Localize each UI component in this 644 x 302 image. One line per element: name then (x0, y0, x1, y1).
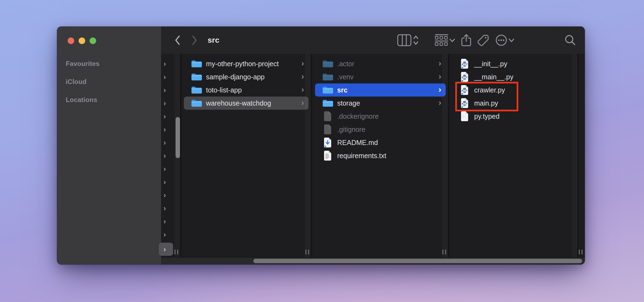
chevron-right-icon: › (301, 59, 304, 67)
group-by-icon (434, 34, 449, 47)
folder-icon (191, 72, 202, 81)
hidden-row-chevron: › (161, 175, 181, 188)
file-name: my-other-python-project (206, 60, 279, 68)
file-row[interactable]: toto-list-app › (184, 83, 308, 97)
file-name: requirements.txt (337, 152, 386, 160)
file-name: __main__.py (474, 73, 513, 81)
zoom-window-button[interactable] (90, 37, 96, 44)
group-by-button[interactable] (434, 27, 449, 54)
file-row[interactable]: __init__.py (452, 57, 575, 70)
chevron-down-icon (508, 38, 514, 42)
column-divider (311, 54, 312, 257)
sidebar-section-icloud: iCloud (66, 73, 99, 91)
chevron-right-icon: › (439, 59, 441, 67)
chevron-right-icon: › (439, 85, 441, 94)
hidden-row-chevron: › (161, 228, 181, 241)
hidden-row-chevron: › (161, 215, 181, 228)
sidebar-section-locations: Locations (66, 91, 99, 109)
column-view-icon (397, 34, 411, 46)
python-file-icon (459, 58, 470, 69)
file-row[interactable]: sample-django-app › (184, 70, 308, 83)
column-src: __init__.py __main__.py crawler.py main.… (449, 54, 578, 257)
vertical-scrollbar-thumb[interactable] (176, 117, 180, 158)
forward-button[interactable] (188, 27, 201, 54)
file-name: storage (337, 99, 360, 107)
file-row[interactable]: requirements.txt (315, 149, 446, 162)
column-view-region: › › › › › › › › › › › › › › › (161, 54, 585, 257)
column-divider (578, 54, 578, 257)
back-button[interactable] (171, 27, 184, 54)
folder-icon (322, 86, 333, 94)
document-icon (322, 124, 333, 135)
hidden-row-chevron: › (161, 162, 181, 175)
horizontal-scrollbar-thumb[interactable] (253, 259, 582, 263)
chevron-left-icon (174, 35, 181, 46)
finder-window: Favourites iCloud Locations src (57, 27, 585, 265)
document-icon (322, 111, 333, 122)
file-name: .venv (337, 73, 354, 81)
file-name: src (337, 86, 348, 94)
tags-button[interactable] (476, 27, 490, 54)
horizontal-scrollbar-track[interactable] (161, 257, 585, 265)
file-name: README.md (337, 139, 378, 147)
file-name: toto-list-app (206, 86, 242, 94)
search-button[interactable] (563, 27, 577, 54)
chevron-down-icon (449, 38, 455, 42)
file-row[interactable]: __main__.py (452, 70, 575, 83)
folder-icon (191, 86, 202, 94)
red-annotation-box (455, 82, 518, 111)
file-name: .actor (337, 60, 354, 68)
file-row[interactable]: py.typed (452, 110, 575, 123)
file-row[interactable]: .dockerignore (315, 110, 446, 123)
file-name: sample-django-app (206, 73, 265, 81)
column-resize-handle[interactable] (174, 249, 179, 256)
folder-icon (191, 99, 202, 108)
selected-hidden-row[interactable]: › (159, 243, 173, 256)
view-stepper-button[interactable] (412, 27, 420, 54)
hidden-row-chevron: › (161, 202, 181, 215)
chevron-right-icon: › (439, 72, 441, 80)
share-button[interactable] (459, 27, 473, 54)
folder-icon (191, 59, 202, 68)
file-row[interactable]: my-other-python-project › (184, 57, 308, 70)
file-row[interactable]: .venv › (315, 70, 446, 83)
toolbar: src (161, 27, 585, 54)
folder-icon (322, 99, 333, 108)
hidden-row-chevron: › (161, 97, 181, 110)
column-ancestors-sliver: › › › › › › › › › › › › › › › (161, 54, 181, 257)
column-resize-handle[interactable] (579, 249, 583, 256)
folder-icon (322, 72, 333, 81)
more-actions-dropdown[interactable] (508, 27, 515, 54)
content-pane: src (161, 27, 585, 265)
folder-icon (322, 59, 333, 68)
chevron-right-icon: › (164, 245, 166, 254)
file-row[interactable]: .actor › (315, 57, 446, 70)
group-by-dropdown[interactable] (449, 27, 456, 54)
file-row[interactable]: .gitignore (315, 123, 446, 136)
tag-icon (477, 34, 489, 46)
resize-grip-icon (442, 249, 446, 255)
search-icon (564, 34, 576, 46)
column-projects: my-other-python-project › sample-django-… (181, 54, 311, 257)
file-row-selected[interactable]: src › (315, 83, 446, 97)
file-row-selected[interactable]: warehouse-watchdog › (184, 97, 308, 110)
sidebar-sections: Favourites iCloud Locations (66, 55, 99, 109)
window-title: src (208, 27, 219, 54)
up-down-chevrons-icon (413, 34, 419, 46)
column-warehouse-watchdog: .actor › .venv › src › (312, 54, 448, 257)
column-resize-handle[interactable] (442, 249, 446, 256)
column-view-button[interactable] (397, 27, 412, 54)
file-name: py.typed (474, 112, 500, 120)
minimize-window-button[interactable] (79, 37, 85, 44)
chevron-right-icon: › (301, 72, 304, 80)
resize-grip-icon (174, 249, 179, 255)
file-row[interactable]: storage › (315, 97, 446, 110)
close-window-button[interactable] (68, 37, 74, 44)
hidden-row-chevron: › (161, 70, 181, 83)
desktop-wallpaper: Favourites iCloud Locations src (0, 0, 644, 302)
more-actions-button[interactable] (494, 27, 508, 54)
chevron-right-icon: › (439, 98, 441, 107)
file-name: __init__.py (474, 60, 507, 68)
file-row[interactable]: README.md (315, 136, 446, 149)
column-resize-handle[interactable] (305, 249, 310, 256)
